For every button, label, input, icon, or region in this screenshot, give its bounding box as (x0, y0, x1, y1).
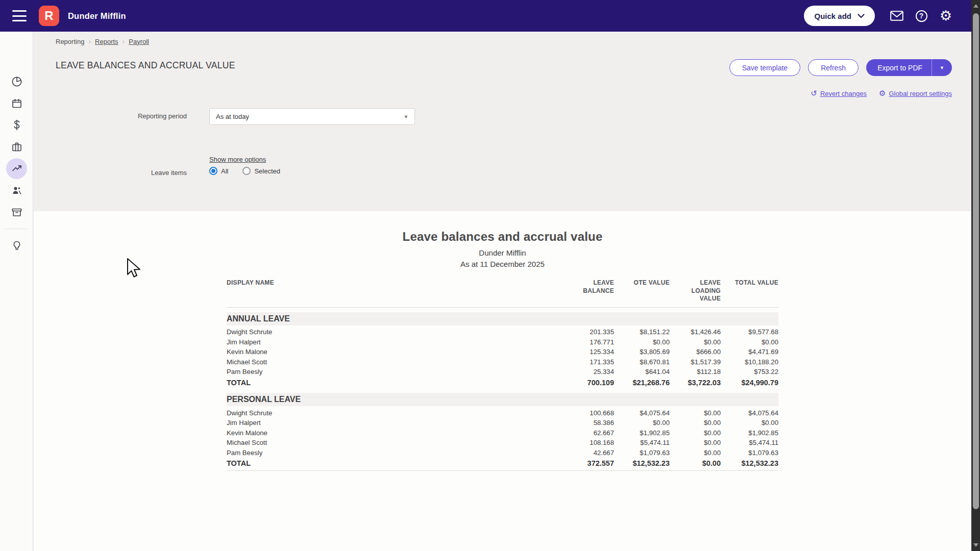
cell-value: $9,577.68 (721, 328, 778, 336)
app-logo[interactable]: R (39, 6, 59, 26)
table-total-row: TOTAL372.557$12,532.23$0.00$12,532.23 (227, 458, 778, 469)
radio-all[interactable]: All (209, 167, 228, 175)
breadcrumb-payroll-link[interactable]: Payroll (129, 38, 149, 45)
export-dropdown-caret[interactable]: ▼ (932, 65, 952, 70)
filters-area: Reporting › Reports › Payroll LEAVE BALA… (34, 32, 971, 211)
cell-value: $0.00 (670, 419, 721, 427)
help-glyph: ? (919, 12, 924, 20)
scrollbar-down-arrow-icon[interactable] (973, 543, 978, 547)
business-name: Dunder Mifflin (68, 11, 126, 21)
calendar-icon[interactable] (6, 93, 27, 114)
export-to-pdf-button[interactable]: Export to PDF ▼ (866, 59, 952, 76)
cell-value: $4,075.64 (614, 409, 670, 417)
table-row: Michael Scott108.168$5,474.11$0.00$5,474… (227, 438, 778, 448)
cell-name: Kevin Malone (227, 429, 502, 437)
main-content: Reporting › Reports › Payroll LEAVE BALA… (34, 32, 971, 551)
mail-icon[interactable] (885, 6, 909, 26)
cell-value: 201.335 (502, 328, 614, 336)
cell-value: $1,079.63 (721, 449, 778, 457)
reporting-period-label: Reporting period (34, 112, 187, 120)
leave-items-label: Leave items (34, 169, 187, 177)
global-report-settings-link[interactable]: ⚙ Global report settings (879, 89, 952, 98)
table-row: Jim Halpert176.771$0.00$0.00$0.00 (227, 337, 778, 347)
breadcrumb-reports-link[interactable]: Reports (95, 38, 118, 45)
cell-value: $10,188.20 (721, 358, 778, 366)
radio-selected-control[interactable] (242, 167, 251, 175)
table-row: Dwight Schrute201.335$8,151.22$1,426.46$… (227, 327, 778, 337)
table-row: Pam Beesly42.667$1,079.63$0.00$1,079.63 (227, 447, 778, 458)
cell-value: $12,532.23 (721, 459, 778, 467)
hamburger-menu-icon[interactable] (12, 10, 27, 21)
scrollbar-up-arrow-icon[interactable] (973, 4, 978, 8)
cell-value: 58.386 (502, 419, 614, 427)
chevron-down-icon (857, 14, 865, 18)
cell-value: 176.771 (502, 338, 614, 346)
cell-value: $5,474.11 (721, 439, 778, 446)
archive-icon[interactable] (6, 202, 27, 222)
cell-value: $0.00 (721, 338, 778, 346)
cell-value: $0.00 (614, 338, 670, 346)
column-leave-balance: LEAVE BALANCE (502, 279, 614, 303)
reporting-period-value: As at today (216, 113, 249, 120)
cell-name: Michael Scott (227, 439, 502, 446)
toolbar: Save template Refresh Export to PDF ▼ (729, 59, 952, 76)
table-row: Kevin Malone62.667$1,902.85$0.00$1,902.8… (227, 428, 778, 438)
help-icon[interactable]: ? (910, 6, 933, 26)
quick-add-label: Quick add (814, 12, 851, 20)
vertical-scrollbar[interactable] (971, 0, 980, 551)
report-panel: Leave balances and accrual value Dunder … (34, 211, 971, 551)
cell-value: $21,268.76 (614, 379, 670, 387)
column-leave-loading-value: LEAVE LOADING VALUE (670, 279, 721, 303)
radio-all-label: All (221, 167, 228, 175)
revert-changes-label: Revert changes (820, 90, 867, 97)
breadcrumb-separator: › (122, 37, 125, 45)
cell-value: $666.00 (670, 348, 721, 356)
pie-chart-icon[interactable] (6, 71, 27, 92)
report-table-body: ANNUAL LEAVEDwight Schrute201.335$8,151.… (227, 312, 778, 471)
radio-all-control[interactable] (209, 167, 217, 175)
users-icon[interactable] (6, 180, 27, 201)
dollar-icon[interactable] (6, 114, 27, 135)
cell-value: 25.334 (502, 368, 614, 375)
briefcase-icon[interactable] (6, 136, 27, 157)
cell-name: TOTAL (227, 459, 502, 467)
quick-add-button[interactable]: Quick add (804, 6, 875, 26)
cell-value: $3,805.69 (614, 348, 670, 356)
page-title: LEAVE BALANCES AND ACCRUAL VALUE (56, 60, 235, 71)
cell-value: $4,075.64 (721, 409, 778, 417)
table-total-row: TOTAL700.109$21,268.76$3,722.03$24,990.7… (227, 377, 778, 388)
radio-selected[interactable]: Selected (242, 167, 280, 175)
cell-value: $0.00 (670, 338, 721, 346)
gear-icon: ⚙ (879, 89, 886, 98)
cell-value: $0.00 (670, 449, 721, 457)
refresh-button[interactable]: Refresh (808, 59, 859, 76)
app-window: R Dunder Mifflin Quick add ? (0, 0, 980, 551)
cell-name: Dwight Schrute (227, 328, 502, 336)
cell-value: $753.22 (721, 368, 778, 375)
cell-value: $12,532.23 (614, 459, 670, 467)
scrollbar-thumb[interactable] (973, 13, 979, 509)
breadcrumb-separator: › (88, 37, 91, 45)
export-to-pdf-label: Export to PDF (866, 64, 932, 72)
cell-value: $0.00 (721, 419, 778, 427)
cell-value: $24,990.79 (721, 379, 778, 387)
cell-name: Jim Halpert (227, 419, 502, 427)
cell-name: Dwight Schrute (227, 409, 502, 417)
reporting-period-select[interactable]: As at today ▼ (209, 108, 415, 125)
report-settings-links: ↺ Revert changes ⚙ Global report setting… (811, 89, 952, 98)
settings-gear-icon[interactable]: ⚙ (934, 6, 958, 26)
radio-selected-label: Selected (254, 167, 280, 175)
show-more-options-link[interactable]: Show more options (209, 156, 266, 163)
cell-value: 700.109 (502, 379, 614, 387)
cell-value: $1,079.63 (614, 449, 670, 457)
cell-name: Kevin Malone (227, 348, 502, 356)
revert-changes-link[interactable]: ↺ Revert changes (811, 89, 867, 98)
cell-name: Michael Scott (227, 358, 502, 366)
left-sidebar (0, 32, 33, 551)
trending-up-icon[interactable] (6, 158, 27, 179)
table-row: Michael Scott171.335$8,670.81$1,517.39$1… (227, 357, 778, 367)
lightbulb-icon[interactable] (6, 235, 27, 256)
save-template-button[interactable]: Save template (729, 59, 801, 76)
column-display-name: DISPLAY NAME (227, 279, 502, 303)
logo-letter: R (44, 9, 53, 23)
